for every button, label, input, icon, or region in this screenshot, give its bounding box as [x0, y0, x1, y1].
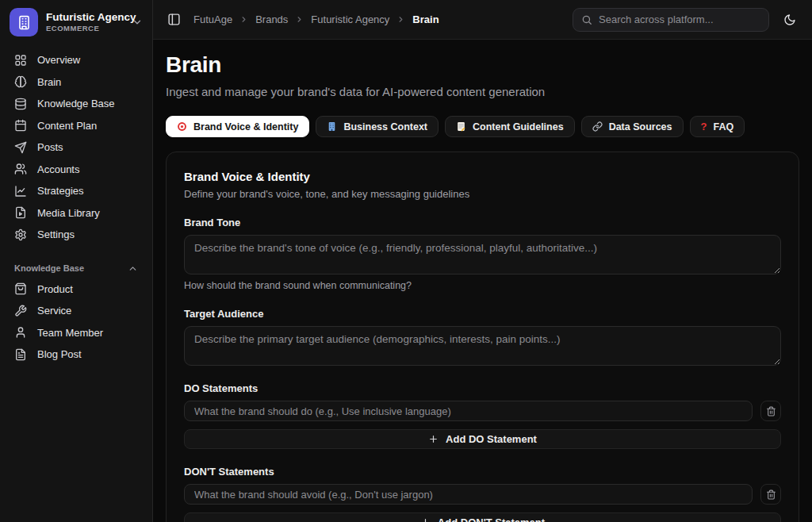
- breadcrumb-item-futuristic-agency[interactable]: Futuristic Agency: [311, 13, 389, 25]
- chevron-right-icon: [295, 15, 304, 24]
- card-subtitle: Define your brand's voice, tone, and key…: [184, 188, 781, 200]
- brand-text: Futuristic Agency ECOMMERCE: [46, 11, 124, 33]
- sidebar-item-team-member[interactable]: Team Member: [8, 322, 144, 344]
- dont-statements-label: DON'T Statements: [184, 466, 781, 478]
- grid-icon: [14, 54, 27, 67]
- users-icon: [14, 163, 27, 175]
- shopping-bag-icon: [14, 282, 27, 295]
- sidebar-nav: Overview Brain Knowledge Base Content Pl…: [0, 44, 152, 366]
- do-statement-row: [184, 401, 781, 421]
- delete-do-statement-button[interactable]: [760, 401, 781, 421]
- target-audience-label: Target Audience: [184, 308, 781, 320]
- brand-tone-helper: How should the brand sound when communic…: [184, 280, 781, 291]
- brand-switcher[interactable]: Futuristic Agency ECOMMERCE: [0, 0, 152, 44]
- sidebar-item-service[interactable]: Service: [8, 300, 144, 322]
- sidebar-item-label: Service: [37, 305, 71, 317]
- chevron-up-icon: [128, 263, 138, 274]
- sidebar-item-label: Team Member: [37, 327, 103, 339]
- dont-statements-group: DON'T Statements Add DON'T S: [184, 466, 781, 522]
- page-content: Brain Ingest and manage your brand's dat…: [153, 40, 812, 522]
- sidebar-item-label: Blog Post: [37, 348, 82, 360]
- global-search[interactable]: [573, 8, 769, 32]
- sidebar: Futuristic Agency ECOMMERCE Overview Bra…: [0, 0, 153, 522]
- breadcrumb-item-brain: Brain: [412, 13, 439, 25]
- sidebar-item-knowledge-base[interactable]: Knowledge Base: [8, 93, 144, 115]
- add-dont-label: Add DON'T Statement: [438, 516, 545, 522]
- search-icon: [581, 14, 592, 25]
- sidebar-section-knowledge-base[interactable]: Knowledge Base: [8, 260, 144, 278]
- sidebar-item-accounts[interactable]: Accounts: [8, 159, 144, 181]
- sidebar-item-media-library[interactable]: Media Library: [8, 202, 144, 225]
- do-statements-label: DO Statements: [184, 382, 781, 394]
- target-icon: [177, 121, 187, 132]
- sidebar-section-label: Knowledge Base: [14, 263, 84, 273]
- sidebar-item-label: Product: [37, 283, 73, 295]
- media-file-icon: [14, 206, 27, 219]
- brand-tone-label: Brand Tone: [184, 217, 781, 228]
- tab-label: Data Sources: [609, 121, 672, 132]
- sidebar-item-label: Content Plan: [37, 120, 97, 132]
- database-icon: [14, 98, 27, 110]
- building-emoji-icon: [327, 121, 337, 132]
- sidebar-toggle-button[interactable]: [166, 11, 182, 28]
- add-dont-statement-button[interactable]: Add DON'T Statement: [184, 512, 781, 522]
- breadcrumb: FutuAge Brands Futuristic Agency Brain: [193, 13, 439, 25]
- add-do-statement-button[interactable]: Add DO Statement: [184, 429, 781, 449]
- topbar: FutuAge Brands Futuristic Agency Brain: [153, 0, 812, 40]
- wrench-icon: [14, 305, 27, 317]
- search-input[interactable]: [599, 13, 760, 25]
- sidebar-item-label: Settings: [37, 228, 75, 240]
- chevron-right-icon: [396, 15, 405, 24]
- trash-icon: [766, 489, 776, 500]
- sidebar-item-label: Media Library: [37, 207, 100, 219]
- page-title: Brain: [166, 52, 799, 78]
- theme-toggle-button[interactable]: [780, 10, 799, 29]
- moon-icon: [783, 13, 796, 26]
- tab-label: Brand Voice & Identity: [193, 121, 298, 132]
- main-column: FutuAge Brands Futuristic Agency Brain: [153, 0, 812, 522]
- sidebar-item-content-plan[interactable]: Content Plan: [8, 115, 144, 137]
- tab-business-context[interactable]: Business Context: [316, 116, 439, 137]
- sidebar-item-label: Brain: [37, 76, 61, 88]
- breadcrumb-item-brands[interactable]: Brands: [255, 13, 288, 25]
- plus-icon: [428, 434, 439, 444]
- line-chart-icon: [14, 185, 27, 198]
- sidebar-item-posts[interactable]: Posts: [8, 136, 144, 159]
- tab-faq[interactable]: ? FAQ: [690, 116, 745, 137]
- tab-label: FAQ: [713, 121, 733, 132]
- sidebar-item-product[interactable]: Product: [8, 278, 144, 301]
- dont-statement-input[interactable]: [184, 484, 753, 505]
- delete-dont-statement-button[interactable]: [760, 484, 781, 505]
- sidebar-item-strategies[interactable]: Strategies: [8, 180, 144, 202]
- calendar-icon: [14, 119, 27, 132]
- app-root: Futuristic Agency ECOMMERCE Overview Bra…: [0, 0, 812, 522]
- brand-name: Futuristic Agency: [46, 11, 124, 24]
- send-icon: [14, 141, 27, 154]
- panel-left-icon: [167, 13, 181, 26]
- gear-icon: [14, 228, 27, 241]
- sidebar-item-brain[interactable]: Brain: [8, 71, 144, 94]
- tab-brand-voice-identity[interactable]: Brand Voice & Identity: [166, 116, 309, 137]
- brand-tone-textarea[interactable]: [184, 235, 781, 274]
- trash-icon: [766, 406, 776, 416]
- do-statement-input[interactable]: [184, 401, 753, 421]
- sidebar-item-label: Posts: [37, 141, 63, 153]
- tab-label: Content Guidelines: [473, 121, 564, 132]
- chevron-right-icon: [239, 15, 248, 24]
- plus-icon: [420, 517, 431, 522]
- sidebar-item-overview[interactable]: Overview: [8, 49, 144, 71]
- building-icon: [10, 8, 38, 36]
- file-text-icon: [14, 348, 27, 361]
- sidebar-item-label: Knowledge Base: [37, 98, 115, 109]
- question-mark-icon: ?: [701, 121, 707, 132]
- target-audience-textarea[interactable]: [184, 326, 781, 366]
- do-statements-group: DO Statements Add DO Stateme: [184, 382, 781, 449]
- chevron-down-icon: [132, 17, 143, 28]
- breadcrumb-item-futuage[interactable]: FutuAge: [193, 13, 232, 25]
- tab-data-sources[interactable]: Data Sources: [581, 116, 684, 137]
- brain-icon: [14, 75, 27, 88]
- sidebar-item-settings[interactable]: Settings: [8, 224, 144, 246]
- link-icon: [592, 121, 603, 132]
- tab-content-guidelines[interactable]: Content Guidelines: [445, 116, 575, 137]
- sidebar-item-blog-post[interactable]: Blog Post: [8, 344, 144, 366]
